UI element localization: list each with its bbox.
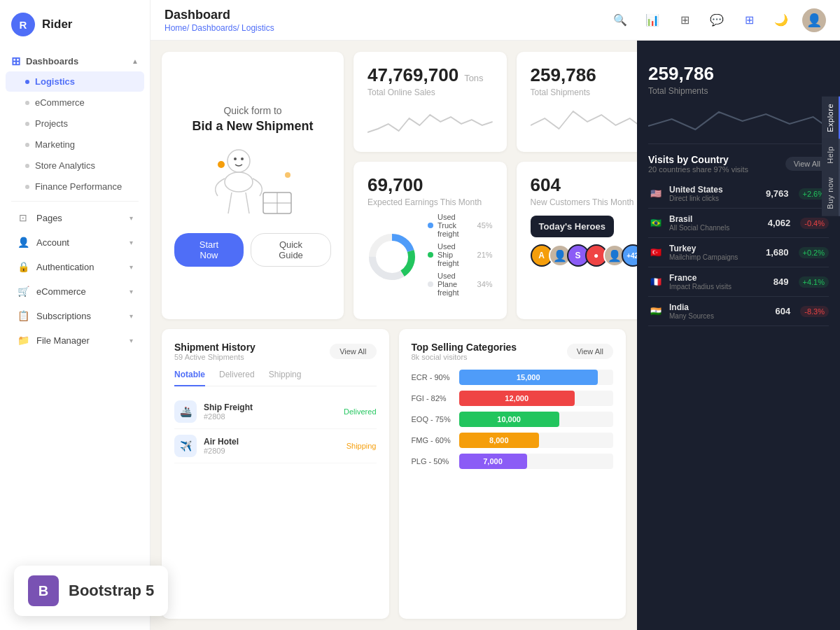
country-name: United States [669, 185, 760, 195]
sidebar-ecommerce-parent[interactable]: 🛒 eCommerce ▾ [6, 279, 144, 303]
plane-dot [428, 281, 433, 287]
bottom-row: Shipment History 59 Active Shipments Vie… [162, 329, 626, 619]
shipment-status: Shipping [346, 442, 377, 450]
country-source: Impact Radius visits [669, 283, 768, 290]
total-sales-value: 47,769,700 [368, 64, 458, 86]
country-visits: 4,062 [768, 218, 791, 228]
pages-chevron: ▾ [130, 214, 133, 222]
shipment-name: Ship Freight [204, 402, 337, 412]
sidebar-filemanager[interactable]: 📁 File Manager ▾ [6, 328, 144, 352]
breadcrumb-home[interactable]: Home/ [164, 23, 189, 33]
grid-icon[interactable]: ⊞ [673, 9, 696, 31]
category-bar: 15,000 [459, 370, 598, 385]
help-tab[interactable]: Help [822, 139, 840, 171]
inactive-dot [25, 164, 29, 168]
country-info: Turkey Mailchimp Campaigns [669, 244, 760, 261]
content-area: Quick form to Bid a New Shipment [150, 41, 840, 630]
country-name: India [669, 302, 770, 312]
country-change: -0.4% [800, 218, 829, 229]
shipment-status: Delivered [344, 407, 376, 416]
sidebar-item-marketing[interactable]: Marketing [6, 134, 144, 155]
explore-tab[interactable]: Explore [822, 97, 840, 139]
country-visits: 9,763 [766, 188, 789, 199]
visits-section: Visits by Country 20 countries share 97%… [648, 154, 829, 326]
country-flag: 🇫🇷 [648, 276, 664, 288]
sidebar-account[interactable]: 👤 Account ▾ [6, 230, 144, 254]
visits-title-wrap: Visits by Country 20 countries share 97%… [648, 154, 748, 174]
visits-header: Visits by Country 20 countries share 97%… [648, 154, 829, 174]
shipment-info: Ship Freight #2808 [204, 402, 337, 421]
category-label: FMG - 60% [412, 436, 454, 444]
sidebar-item-finance[interactable]: Finance Performance [6, 176, 144, 197]
visits-list: 🇺🇸 United States Direct link clicks 9,76… [648, 179, 829, 326]
plane-pct: 34% [477, 280, 493, 288]
sidebar-authentication[interactable]: 🔒 Authentication ▾ [6, 255, 144, 279]
breadcrumb-current: Logistics [241, 23, 274, 33]
ship-pct: 21% [477, 251, 493, 259]
app-switcher-icon[interactable]: ⊞ [738, 9, 760, 31]
tab-delivered[interactable]: Delivered [219, 370, 255, 386]
dark-divider [648, 144, 829, 144]
inactive-dot [25, 143, 29, 147]
truck-dot [428, 223, 433, 228]
dashboards-chevron: ▲ [132, 57, 139, 65]
search-icon[interactable]: 🔍 [609, 9, 631, 31]
total-sales-card: 47,769,700 Tons Total Online Sales [354, 52, 507, 152]
shipment-view-all-button[interactable]: View All [330, 344, 376, 359]
breadcrumb-dashboards[interactable]: Dashboards/ [192, 23, 239, 33]
left-panel: Quick form to Bid a New Shipment [150, 41, 637, 630]
category-label: EOQ - 75% [412, 415, 454, 424]
plane-label: Used Plane freight [438, 272, 459, 297]
customers-card: 604 New Customers This Month Today's Her… [517, 162, 637, 319]
start-now-button[interactable]: Start Now [174, 233, 244, 267]
app-logo[interactable]: R Rider [0, 0, 150, 49]
tab-shipping[interactable]: Shipping [269, 370, 302, 386]
country-source: Many Sources [669, 312, 770, 320]
subscriptions-label: Subscriptions [36, 311, 122, 321]
sidebar-item-projects[interactable]: Projects [6, 113, 144, 134]
buy-now-tab[interactable]: Buy now [822, 170, 840, 216]
pages-icon: ⊡ [17, 211, 29, 224]
ecommerce-icon: 🛒 [17, 285, 29, 298]
shipment-id: #2808 [204, 412, 337, 421]
hero-illustration [197, 144, 309, 220]
country-change: +0.2% [799, 247, 830, 258]
truck-label: Used Truck freight [438, 213, 459, 238]
truck-pct: 45% [477, 221, 493, 230]
list-item: EOQ - 75% 10,000 [412, 412, 614, 427]
shipment-tabs: Notable Delivered Shipping [174, 370, 377, 386]
chart-icon[interactable]: 📊 [641, 9, 664, 31]
list-item: FMG - 60% 8,000 [412, 433, 614, 448]
account-chevron: ▾ [130, 239, 133, 246]
ecommerce-label: eCommerce [36, 286, 122, 297]
sidebar-subscriptions[interactable]: 📋 Subscriptions ▾ [6, 304, 144, 328]
shipment-info: Air Hotel #2809 [204, 437, 340, 455]
subscriptions-chevron: ▾ [130, 312, 133, 320]
filemanager-icon: 📁 [17, 334, 29, 346]
sidebar-item-store-analytics[interactable]: Store Analytics [6, 155, 144, 176]
country-name: Turkey [669, 244, 760, 253]
category-bar-wrap: 10,000 [459, 412, 614, 427]
sidebar-item-ecommerce[interactable]: eCommerce [6, 92, 144, 113]
sidebar-item-logistics[interactable]: Logistics [6, 71, 144, 92]
dark-shipments-label: Total Shipments [648, 86, 829, 96]
total-shipments-label: Total Shipments [531, 88, 637, 97]
dark-shipments-section: 259,786 Total Shipments [648, 52, 829, 144]
categories-view-all-button[interactable]: View All [567, 344, 613, 359]
dashboards-section[interactable]: ⊞ Dashboards ▲ [0, 49, 150, 71]
svg-point-6 [285, 172, 290, 178]
user-avatar[interactable]: 👤 [802, 8, 826, 32]
dashboards-label: Dashboards [26, 56, 78, 66]
tab-notable[interactable]: Notable [174, 370, 205, 386]
shipment-id: #2809 [204, 447, 340, 455]
sidebar-pages[interactable]: ⊡ Pages ▾ [6, 206, 144, 230]
dark-mode-icon[interactable]: 🌙 [770, 9, 792, 31]
svg-point-7 [234, 158, 237, 160]
quick-guide-button[interactable]: Quick Guide [251, 233, 331, 267]
list-item: 🇹🇷 Turkey Mailchimp Campaigns 1,680 +0.2… [648, 238, 829, 267]
categories-info: Top Selling Categories 8k social visitor… [412, 342, 517, 361]
message-icon[interactable]: 💬 [706, 9, 728, 31]
total-sales-unit: Tons [464, 73, 483, 83]
country-flag: 🇺🇸 [648, 188, 664, 200]
country-source: All Social Channels [669, 224, 762, 232]
